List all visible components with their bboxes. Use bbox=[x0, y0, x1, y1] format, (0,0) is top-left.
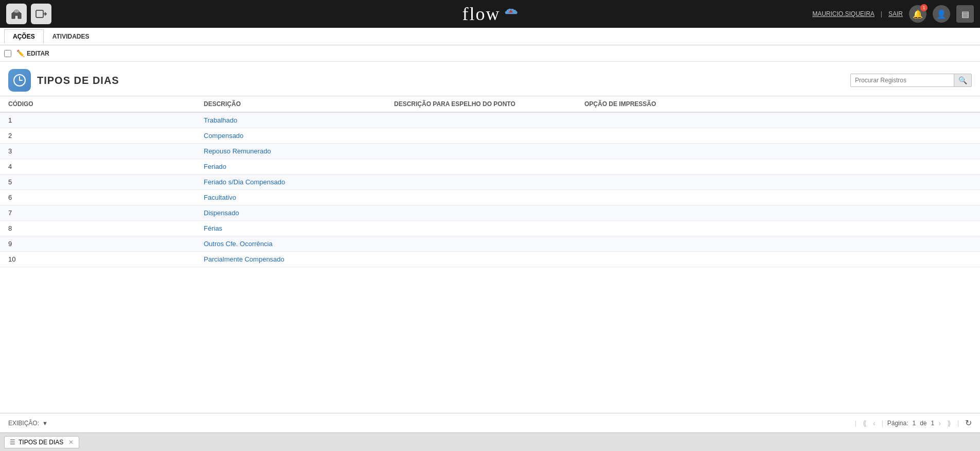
table-row[interactable]: 6Facultativo bbox=[0, 190, 980, 205]
logout-link[interactable]: SAIR bbox=[888, 10, 903, 18]
cell-descricao-espelho bbox=[386, 190, 576, 205]
cell-descricao[interactable]: Outros Cfe. Ocorrência bbox=[195, 236, 386, 252]
user-avatar-button[interactable]: 👤 bbox=[933, 5, 950, 23]
search-container: 🔍 bbox=[850, 74, 972, 87]
table-row[interactable]: 5Feriado s/Dia Compensado bbox=[0, 175, 980, 190]
cell-opcao-impressao bbox=[576, 190, 980, 205]
select-all-checkbox[interactable] bbox=[4, 50, 11, 57]
cell-opcao-impressao bbox=[576, 144, 980, 159]
navbar-center: flow bbox=[462, 3, 518, 25]
bottom-tab-close-button[interactable]: ✕ bbox=[68, 439, 74, 446]
cell-descricao[interactable]: Facultativo bbox=[195, 190, 386, 205]
search-button[interactable]: 🔍 bbox=[954, 74, 971, 86]
cell-descricao[interactable]: Compensado bbox=[195, 128, 386, 144]
cell-opcao-impressao bbox=[576, 175, 980, 190]
cell-descricao-espelho bbox=[386, 236, 576, 252]
cell-descricao[interactable]: Parcialmente Compensado bbox=[195, 252, 386, 267]
next-page-button[interactable]: › bbox=[936, 418, 943, 428]
search-input[interactable] bbox=[851, 75, 954, 86]
svg-rect-1 bbox=[36, 10, 43, 18]
cell-descricao-espelho bbox=[386, 112, 576, 128]
user-name-link[interactable]: MAURICIO.SIQUEIRA bbox=[812, 10, 875, 18]
table-row[interactable]: 7Dispensado bbox=[0, 205, 980, 221]
navbar-right: MAURICIO.SIQUEIRA | SAIR 🔔 1 👤 ▤ bbox=[812, 5, 974, 23]
cell-opcao-impressao bbox=[576, 159, 980, 175]
cell-descricao-espelho bbox=[386, 252, 576, 267]
refresh-button[interactable]: ↻ bbox=[965, 418, 972, 428]
table-row[interactable]: 4Feriado bbox=[0, 159, 980, 175]
notifications-button[interactable]: 🔔 1 bbox=[909, 5, 926, 23]
cell-codigo: 8 bbox=[0, 221, 195, 236]
cell-opcao-impressao bbox=[576, 221, 980, 236]
table-row[interactable]: 3Repouso Remunerado bbox=[0, 144, 980, 159]
table-row[interactable]: 8Férias bbox=[0, 221, 980, 236]
cell-codigo: 4 bbox=[0, 159, 195, 175]
menu-button[interactable]: ▤ bbox=[956, 5, 974, 23]
cell-descricao[interactable]: Feriado bbox=[195, 159, 386, 175]
col-header-codigo: CÓDIGO bbox=[0, 96, 195, 113]
tab-bar: AÇÕES ATIVIDADES bbox=[0, 28, 980, 45]
exibicao-dropdown-icon[interactable]: ▼ bbox=[42, 420, 48, 426]
table-row[interactable]: 1Trabalhado bbox=[0, 112, 980, 128]
toolbar: ✏️ EDITAR bbox=[0, 45, 980, 62]
svg-point-0 bbox=[14, 10, 19, 13]
cell-codigo: 2 bbox=[0, 128, 195, 144]
cell-descricao-espelho bbox=[386, 221, 576, 236]
cell-descricao-espelho bbox=[386, 205, 576, 221]
data-table: CÓDIGO DESCRIÇÃO DESCRIÇÃO PARA ESPELHO … bbox=[0, 96, 980, 267]
notification-badge: 1 bbox=[920, 4, 928, 11]
page-total: 1 bbox=[931, 420, 935, 427]
logout-nav-button[interactable] bbox=[31, 4, 51, 24]
footer-left: EXIBIÇÃO: ▼ bbox=[8, 420, 48, 427]
bottom-tab-icon: ☰ bbox=[10, 439, 15, 446]
table-row[interactable]: 9Outros Cfe. Ocorrência bbox=[0, 236, 980, 252]
cell-codigo: 10 bbox=[0, 252, 195, 267]
page-header-left: TIPOS DE DIAS bbox=[8, 69, 119, 92]
cell-codigo: 7 bbox=[0, 205, 195, 221]
cell-codigo: 6 bbox=[0, 190, 195, 205]
footer: EXIBIÇÃO: ▼ | ⟪ ‹ | Página: 1 de 1 › ⟫ |… bbox=[0, 413, 980, 432]
last-page-button[interactable]: ⟫ bbox=[945, 418, 953, 428]
page-header: TIPOS DE DIAS 🔍 bbox=[0, 62, 980, 96]
home-icon-button[interactable] bbox=[6, 4, 27, 24]
cell-descricao-espelho bbox=[386, 159, 576, 175]
cell-descricao-espelho bbox=[386, 128, 576, 144]
edit-button[interactable]: ✏️ EDITAR bbox=[14, 48, 51, 58]
page-icon bbox=[8, 69, 31, 92]
main-content: TIPOS DE DIAS 🔍 CÓDIGO DESCRIÇÃO DESCRIÇ… bbox=[0, 62, 980, 413]
bottom-tab-label: TIPOS DE DIAS bbox=[19, 439, 63, 446]
cell-descricao-espelho bbox=[386, 144, 576, 159]
page-label: Página: bbox=[887, 420, 908, 427]
app-logo-text: flow bbox=[462, 3, 501, 25]
page-separator: de bbox=[920, 420, 926, 427]
cell-codigo: 5 bbox=[0, 175, 195, 190]
nav-separator: | bbox=[881, 10, 882, 18]
cell-opcao-impressao bbox=[576, 205, 980, 221]
col-header-descricao: DESCRIÇÃO bbox=[195, 96, 386, 113]
tab-atividades[interactable]: ATIVIDADES bbox=[44, 29, 98, 43]
exibicao-label: EXIBIÇÃO: bbox=[8, 420, 39, 427]
col-header-descricao-espelho: DESCRIÇÃO PARA ESPELHO DO PONTO bbox=[386, 96, 576, 113]
cell-opcao-impressao bbox=[576, 112, 980, 128]
bottom-tab-tipos-de-dias[interactable]: ☰ TIPOS DE DIAS ✕ bbox=[4, 436, 79, 448]
table-header-row: CÓDIGO DESCRIÇÃO DESCRIÇÃO PARA ESPELHO … bbox=[0, 96, 980, 113]
footer-right: | ⟪ ‹ | Página: 1 de 1 › ⟫ | ↻ bbox=[853, 418, 972, 428]
first-page-button[interactable]: ⟪ bbox=[861, 418, 869, 428]
navbar-left bbox=[6, 4, 51, 24]
tab-acoes[interactable]: AÇÕES bbox=[4, 29, 44, 44]
col-header-opcao-impressao: OPÇÃO DE IMPRESSÃO bbox=[576, 96, 980, 113]
table-row[interactable]: 2Compensado bbox=[0, 128, 980, 144]
cell-opcao-impressao bbox=[576, 236, 980, 252]
cell-descricao[interactable]: Repouso Remunerado bbox=[195, 144, 386, 159]
cell-descricao[interactable]: Feriado s/Dia Compensado bbox=[195, 175, 386, 190]
table-body: 1Trabalhado2Compensado3Repouso Remunerad… bbox=[0, 112, 980, 267]
cell-codigo: 1 bbox=[0, 112, 195, 128]
cell-descricao[interactable]: Férias bbox=[195, 221, 386, 236]
cell-descricao[interactable]: Trabalhado bbox=[195, 112, 386, 128]
table-row[interactable]: 10Parcialmente Compensado bbox=[0, 252, 980, 267]
bottom-tab-bar: ☰ TIPOS DE DIAS ✕ bbox=[0, 432, 980, 451]
cell-descricao[interactable]: Dispensado bbox=[195, 205, 386, 221]
cell-opcao-impressao bbox=[576, 128, 980, 144]
cell-codigo: 3 bbox=[0, 144, 195, 159]
prev-page-button[interactable]: ‹ bbox=[871, 418, 878, 428]
